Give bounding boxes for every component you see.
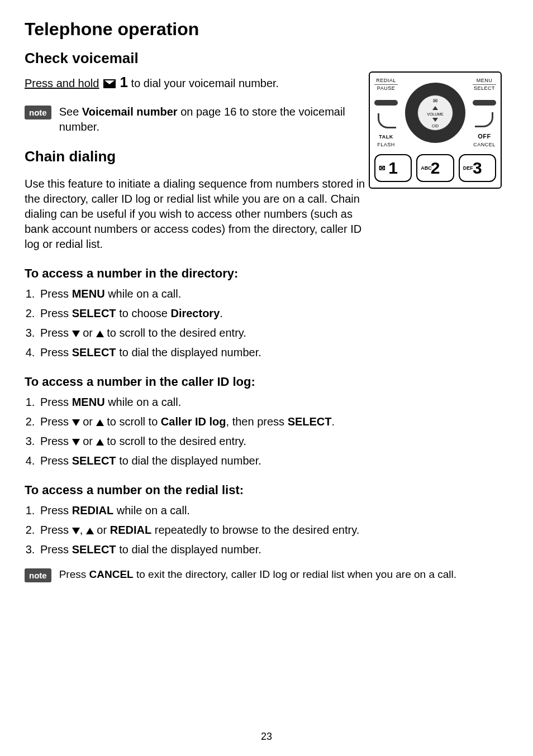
key-digit-1: 1 — [120, 74, 128, 90]
phone-label-off: OFF — [473, 132, 496, 141]
steps-cid: Press MENU while on a call. Press or to … — [25, 395, 508, 468]
phone-label-volume: VOLUME — [427, 112, 444, 116]
page-title: Telephone operation — [25, 19, 508, 40]
phone-left-column: REDIAL PAUSE TALK FLASH — [374, 77, 398, 149]
step-item: Press or to scroll to Caller ID log, the… — [38, 414, 508, 429]
step-item: Press SELECT to dial the displayed numbe… — [38, 345, 508, 360]
phone-label-cancel: CANCEL — [473, 141, 496, 149]
step-item: Press MENU while on a call. — [38, 286, 508, 302]
phone-divider — [378, 113, 396, 128]
step-item: Press SELECT to choose Directory. — [38, 306, 508, 321]
subhead-redial: To access a number on the redial list: — [25, 483, 508, 497]
phone-nav-ring: ✉ VOLUME CID — [405, 83, 465, 143]
phone-label-talk: TALK — [374, 133, 398, 141]
key-label: 3 — [473, 160, 482, 176]
note-badge: note — [25, 106, 51, 119]
phone-key-3: DEF 3 — [459, 154, 496, 182]
step-item: Press or to scroll to the desired entry. — [38, 434, 508, 449]
up-arrow-icon — [86, 528, 94, 534]
down-arrow-icon — [72, 419, 80, 426]
phone-nav-center: ✉ VOLUME CID — [417, 95, 453, 131]
phone-label-flash: FLASH — [374, 141, 398, 149]
phone-label-cid: CID — [432, 124, 439, 128]
steps-directory: Press MENU while on a call. Press SELECT… — [25, 286, 508, 360]
phone-key-2: ABC 2 — [416, 154, 454, 182]
up-arrow-icon — [96, 331, 104, 337]
to-dial-text: to dial your voicemail number. — [131, 77, 279, 89]
mail-icon — [103, 79, 116, 88]
subhead-cid: To access a number in the caller ID log: — [25, 375, 508, 389]
step-item: Press REDIAL while on a call. — [38, 503, 508, 518]
section-check-voicemail: Check voicemail — [25, 50, 508, 67]
down-arrow-icon — [432, 118, 438, 122]
step-item: Press or to scroll to the desired entry. — [38, 326, 508, 341]
phone-label-pause: PAUSE — [374, 84, 398, 92]
step-item: Press , or REDIAL repeatedly to browse t… — [38, 523, 508, 538]
phone-label-menu: MENU — [473, 77, 496, 84]
step-item: Press MENU while on a call. — [38, 395, 508, 410]
chain-dialing-body: Use this feature to initiate a dialing s… — [25, 176, 371, 252]
phone-label-select: SELECT — [473, 84, 496, 92]
key-label: 1 — [388, 160, 398, 176]
phone-right-column: MENU SELECT OFF CANCEL — [473, 77, 496, 149]
page-number: 23 — [0, 731, 533, 743]
mail-icon: ✉ — [379, 164, 386, 173]
footnote-text: Press CANCEL to exit the directory, call… — [59, 567, 456, 582]
step-item: Press SELECT to dial the displayed numbe… — [38, 453, 508, 468]
down-arrow-icon — [72, 528, 80, 534]
phone-softkey-right — [473, 100, 496, 106]
press-hold-text: Press and hold — [25, 77, 99, 89]
phone-key-1: ✉ 1 — [374, 154, 412, 182]
key-letters: DEF — [463, 165, 473, 171]
phone-softkey-left — [374, 100, 398, 106]
up-arrow-icon — [96, 439, 104, 446]
mail-icon: ✉ — [433, 98, 437, 104]
key-letters: ABC — [421, 165, 432, 171]
phone-label-redial: REDIAL — [374, 77, 398, 84]
up-arrow-icon — [96, 419, 104, 426]
steps-redial: Press REDIAL while on a call. Press , or… — [25, 503, 508, 557]
phone-illustration: REDIAL PAUSE TALK FLASH ✉ VOLUME — [369, 71, 502, 189]
step-item: Press SELECT to dial the displayed numbe… — [38, 542, 508, 557]
note-badge: note — [25, 568, 51, 582]
down-arrow-icon — [72, 331, 80, 337]
voicemail-note: See Voicemail number on page 16 to store… — [59, 104, 350, 135]
phone-divider — [475, 112, 493, 127]
subhead-directory: To access a number in the directory: — [25, 266, 508, 281]
down-arrow-icon — [72, 439, 80, 446]
up-arrow-icon — [432, 106, 438, 110]
